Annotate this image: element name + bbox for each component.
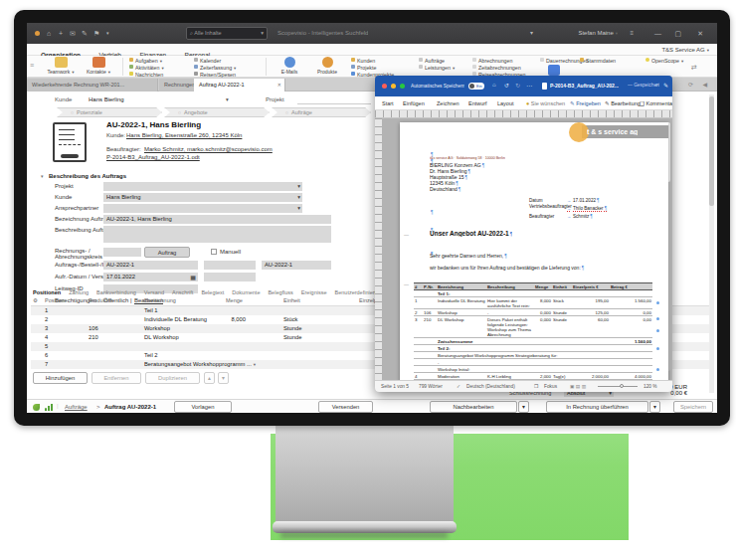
comment-dot-icon[interactable]: [656, 317, 659, 320]
close-button[interactable]: ✕: [697, 23, 703, 44]
internenr-input[interactable]: AU-2022-1: [262, 261, 331, 270]
in-rechnung-button[interactable]: In Rechnung überführen: [546, 401, 648, 413]
freigeben-button[interactable]: ✎ Freigeben: [570, 96, 601, 110]
move-down-button[interactable]: ▾: [218, 372, 229, 384]
in-rechnung-caret[interactable]: ▾: [649, 401, 660, 413]
file-link[interactable]: P-2014-B3_Auftrag_AU-2022-1.odt: [106, 154, 200, 160]
outline-collapse-icon[interactable]: —: [404, 281, 409, 287]
chart-icon[interactable]: [45, 404, 53, 411]
home-icon[interactable]: ⌂: [492, 82, 496, 88]
minimize-traffic-light[interactable]: [391, 84, 396, 89]
flag-icon[interactable]: ⚑: [93, 23, 99, 44]
remove-position-button[interactable]: Entfernen: [92, 372, 141, 384]
section-caret-icon[interactable]: ▾: [41, 173, 44, 179]
doc-tab-auftrag[interactable]: Auftrag AU-2022-1 ✕: [194, 79, 285, 92]
collapse-ribbon-icon[interactable]: ≡: [30, 62, 34, 69]
kommentare-button[interactable]: ❑ Kommentare: [640, 96, 672, 110]
ribbon-item-kunden[interactable]: Kunden: [351, 58, 375, 65]
minimize-button[interactable]: —: [654, 23, 661, 44]
menu-layout[interactable]: Layout: [497, 96, 514, 110]
spellcheck-icon[interactable]: ✓: [457, 381, 460, 392]
menu-tellme[interactable]: ● Sie wünschen: [526, 96, 565, 110]
edit-icon[interactable]: ✎: [82, 23, 88, 44]
menu-start[interactable]: Start: [382, 96, 394, 110]
language-indicator[interactable]: Deutsch (Deutschland): [466, 381, 515, 392]
ribbon-item-openscope[interactable]: OpenScope: [645, 58, 683, 65]
chevron-down-icon[interactable]: ▾: [106, 23, 109, 44]
back-icon[interactable]: ◀: [702, 81, 707, 88]
refresh-icon[interactable]: ⟳: [688, 81, 693, 88]
datum-input[interactable]: 17.01.2022 ▦: [103, 273, 198, 281]
plus-icon[interactable]: +: [59, 23, 63, 44]
ribbon-item-aufgaben[interactable]: Aufgaben: [129, 58, 162, 65]
quick-kunde-value[interactable]: Hans Bierling: [89, 96, 124, 102]
ribbon-item-projekte[interactable]: Projekte: [351, 65, 376, 72]
zoom-level[interactable]: 120 %: [644, 381, 657, 392]
comment-dot-icon[interactable]: [656, 368, 659, 371]
maximize-traffic-light[interactable]: [400, 84, 405, 89]
section-title[interactable]: Beschreibung des Auftrags: [49, 173, 126, 179]
comment-dot-icon[interactable]: [656, 347, 659, 350]
nachbearbeiten-button[interactable]: Nachbearbeiten: [430, 401, 517, 413]
outline-collapse-icon[interactable]: —: [404, 232, 409, 238]
word-count[interactable]: 799 Wörter: [419, 381, 443, 392]
blue-app-icon[interactable]: [548, 65, 560, 76]
grid-icon[interactable]: ≡: [630, 23, 634, 44]
kunde-link[interactable]: Hans Bierling, Eisenstraße 260, 12345 Kö…: [126, 132, 242, 138]
beschreibung-textarea[interactable]: [103, 226, 331, 243]
menu-zeichnen[interactable]: Zeichnen: [437, 96, 460, 110]
rechnungskreis-field[interactable]: [103, 248, 141, 257]
window-dot-icon[interactable]: [35, 31, 40, 36]
beauftragter-link[interactable]: Marko Schmitz, marko.schmitz@scopevisio.…: [144, 146, 273, 152]
kunde-select[interactable]: Hans Bierling: [103, 193, 302, 202]
document-page[interactable]: t & s service ag t&s service AG · Soldat…: [400, 122, 668, 380]
versandart-input[interactable]: [204, 273, 256, 281]
redo-icon[interactable]: ↻: [515, 82, 520, 89]
add-position-button[interactable]: Hinzufügen: [33, 372, 88, 384]
kunde-caret-icon[interactable]: ▾: [226, 96, 229, 102]
menu-einfuegen[interactable]: Einfügen: [403, 96, 425, 110]
step-auftraege[interactable]: Aufträge: [272, 107, 371, 117]
dots-icon[interactable]: ⋯: [526, 82, 532, 89]
auftrag-button[interactable]: Auftrag: [144, 247, 190, 258]
doc-tab-wr[interactable]: Wiederkehrende Rechnung WR-201...: [27, 79, 158, 92]
vorlagen-button[interactable]: Vorlagen: [174, 401, 232, 413]
search-input[interactable]: ⌕ Alle Inhalte ▾: [186, 27, 268, 40]
focus-icon[interactable]: ❒: [534, 381, 538, 392]
comment-dot-icon[interactable]: [656, 329, 659, 332]
calendar-icon[interactable]: ▦: [190, 274, 196, 280]
word-doc-title[interactable]: P-2014-B3_Auftrag_AU-202...: [550, 83, 619, 89]
page-indicator[interactable]: Seite 1 von 5: [381, 381, 409, 392]
ribbon-item-stammdaten[interactable]: Stammdaten: [580, 58, 616, 65]
home-icon[interactable]: ⌂: [47, 23, 51, 44]
duplicate-position-button[interactable]: Duplizieren: [145, 372, 200, 384]
search-icon[interactable]: ⌕: [655, 82, 658, 89]
swap-icon[interactable]: ⇄: [691, 64, 697, 72]
undo-icon[interactable]: ↺: [504, 82, 509, 89]
projekt-select[interactable]: [103, 182, 302, 191]
ribbon-item-zeitabrechnungen[interactable]: Zeitabrechnungen: [472, 65, 521, 72]
ribbon-item-auftraege[interactable]: Aufträge: [419, 58, 445, 65]
ribbon-item-zeiterfassung[interactable]: Zeiterfassung: [194, 65, 236, 72]
close-traffic-light[interactable]: [382, 84, 387, 89]
manuell-checkbox[interactable]: [211, 249, 217, 255]
maximize-button[interactable]: ▢: [674, 23, 681, 44]
nachbearbeiten-caret[interactable]: ▾: [518, 401, 529, 413]
ribbon-item-kalender[interactable]: Kalender: [194, 58, 221, 65]
kontakte-button[interactable]: Kontakte: [81, 57, 116, 75]
step-angebote[interactable]: Angebote: [164, 107, 270, 117]
emails-button[interactable]: E-Mails: [272, 57, 307, 75]
teamwork-button[interactable]: Teamwork: [43, 57, 79, 75]
menu-entwurf[interactable]: Entwurf: [468, 96, 487, 110]
speichern-button[interactable]: Speichern: [673, 401, 713, 413]
tab-close-icon[interactable]: ✕: [277, 79, 281, 92]
breadcrumb-link[interactable]: Aufträge: [65, 404, 88, 410]
ansprechpartner-select[interactable]: [103, 204, 302, 213]
bearbeitung-button[interactable]: ✎ Bearbeitung: [605, 96, 641, 110]
pin-icon[interactable]: ▾: [530, 23, 533, 44]
versenden-button[interactable]: Versenden: [318, 401, 373, 413]
step-potenziale[interactable]: Potenziale: [57, 107, 162, 117]
bezeichnung-input[interactable]: AU-2022-1, Hans Bierling: [103, 215, 331, 224]
gear-icon[interactable]: ⚙: [33, 297, 38, 303]
user-menu[interactable]: Stefan Maine: [578, 30, 618, 36]
